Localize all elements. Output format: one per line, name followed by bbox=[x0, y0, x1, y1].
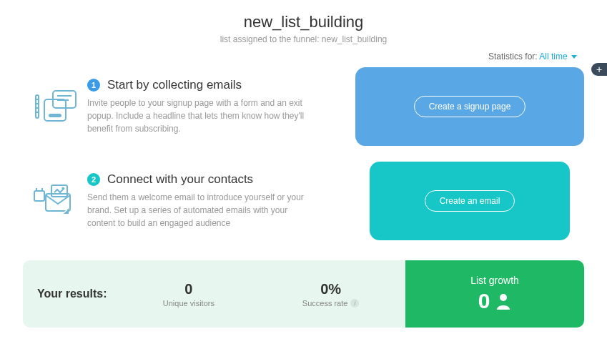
step-1-title: Start by collecting emails bbox=[107, 78, 242, 92]
stats-range-value: All time bbox=[539, 51, 567, 62]
success-rate-metric: 0% Success rate i bbox=[270, 281, 391, 308]
unique-visitors-value: 0 bbox=[129, 281, 250, 297]
step-2-description: Send them a welcome email to introduce y… bbox=[87, 191, 316, 230]
svg-rect-5 bbox=[44, 99, 66, 121]
person-icon bbox=[495, 292, 511, 310]
svg-point-16 bbox=[500, 294, 507, 301]
results-panel: Your results: 0 Unique visitors 0% Succe… bbox=[23, 260, 584, 328]
step-number-badge: 2 bbox=[87, 173, 100, 186]
results-label: Your results: bbox=[37, 287, 107, 300]
list-growth-value: 0 bbox=[478, 289, 490, 313]
unique-visitors-caption: Unique visitors bbox=[163, 299, 214, 308]
funnel-step-2: 2 Connect with your contacts Send them a… bbox=[0, 162, 607, 240]
svg-point-3 bbox=[36, 107, 39, 109]
email-icon bbox=[30, 181, 80, 221]
create-signup-page-button[interactable]: Create a signup page bbox=[414, 96, 526, 117]
success-rate-value: 0% bbox=[270, 281, 391, 297]
svg-rect-10 bbox=[34, 191, 44, 201]
svg-point-15 bbox=[61, 187, 64, 189]
info-icon[interactable]: i bbox=[350, 299, 359, 308]
svg-point-2 bbox=[36, 103, 39, 105]
list-growth-panel: List growth 0 bbox=[405, 260, 584, 328]
stats-range-dropdown[interactable]: All time bbox=[539, 51, 577, 62]
chevron-down-icon bbox=[571, 55, 577, 59]
page-title: new_list_building bbox=[0, 13, 607, 31]
expand-button[interactable]: + bbox=[591, 63, 607, 76]
create-email-button[interactable]: Create an email bbox=[425, 190, 515, 212]
statistics-filter: Statistics for: All time bbox=[0, 44, 607, 62]
page-subtitle: list assigned to the funnel: new_list_bu… bbox=[0, 34, 607, 44]
stats-label: Statistics for: bbox=[488, 51, 538, 62]
step-number-badge: 1 bbox=[87, 79, 100, 92]
svg-rect-6 bbox=[49, 114, 61, 117]
unique-visitors-metric: 0 Unique visitors bbox=[129, 281, 250, 308]
svg-point-1 bbox=[36, 99, 39, 101]
step-1-description: Invite people to your signup page with a… bbox=[87, 97, 316, 135]
svg-point-4 bbox=[36, 112, 39, 114]
step-2-title: Connect with your contacts bbox=[107, 172, 253, 187]
funnel-step-1: 1 Start by collecting emails Invite peop… bbox=[0, 67, 607, 146]
funnel-stage-collect: Create a signup page bbox=[355, 67, 584, 146]
success-rate-caption: Success rate bbox=[302, 299, 348, 308]
funnel-stage-connect: Create an email bbox=[370, 162, 570, 240]
list-growth-label: List growth bbox=[470, 275, 519, 286]
signup-page-icon bbox=[30, 87, 80, 127]
